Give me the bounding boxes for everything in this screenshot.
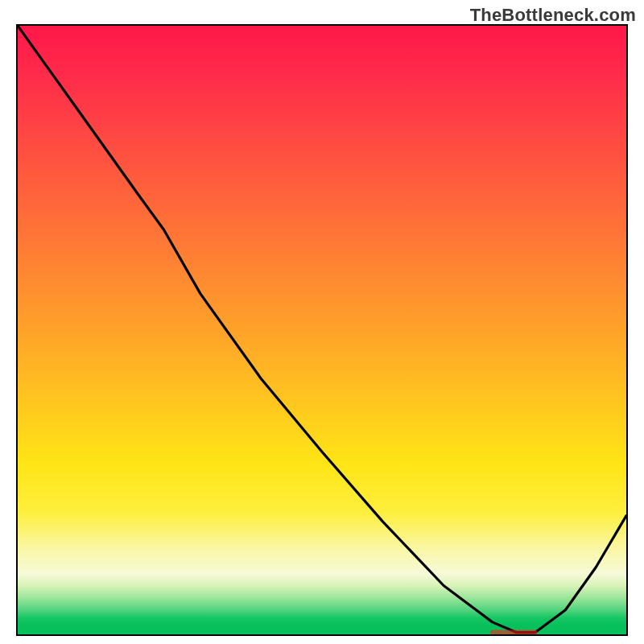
chart-overlay [18, 26, 626, 634]
plot-area [16, 24, 628, 636]
watermark-text: TheBottleneck.com [470, 5, 636, 26]
bottleneck-curve [18, 26, 626, 633]
chart-container: TheBottleneck.com [0, 0, 644, 644]
